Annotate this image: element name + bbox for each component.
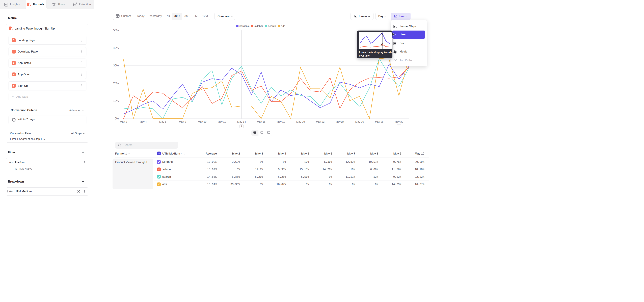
- svg-text:Line charts display trends: Line charts display trends: [359, 51, 392, 54]
- svg-text:May 6: May 6: [159, 120, 166, 123]
- svg-text:May 2: May 2: [120, 120, 127, 123]
- svg-text:May 8: May 8: [179, 120, 186, 123]
- svg-text:0%: 0%: [115, 117, 119, 120]
- svg-text:over time.: over time.: [359, 54, 370, 57]
- svg-text:30%: 30%: [113, 64, 119, 67]
- svg-text:May 14: May 14: [237, 120, 246, 123]
- svg-text:10%: 10%: [113, 99, 119, 102]
- svg-text:50%: 50%: [113, 29, 119, 32]
- svg-text:May 28: May 28: [375, 120, 384, 123]
- svg-text:May 4: May 4: [140, 120, 147, 123]
- svg-text:40%: 40%: [113, 46, 119, 49]
- svg-text:May 12: May 12: [218, 120, 226, 123]
- svg-text:May 18: May 18: [276, 120, 285, 123]
- svg-text:May 26: May 26: [355, 120, 364, 123]
- svg-text:May 20: May 20: [296, 120, 305, 123]
- svg-text:May 24: May 24: [336, 120, 344, 123]
- svg-text:May 30: May 30: [394, 120, 403, 123]
- svg-text:May 10: May 10: [198, 120, 206, 123]
- svg-text:20%: 20%: [113, 82, 119, 85]
- svg-text:May 22: May 22: [316, 120, 324, 123]
- svg-text:May 16: May 16: [257, 120, 266, 123]
